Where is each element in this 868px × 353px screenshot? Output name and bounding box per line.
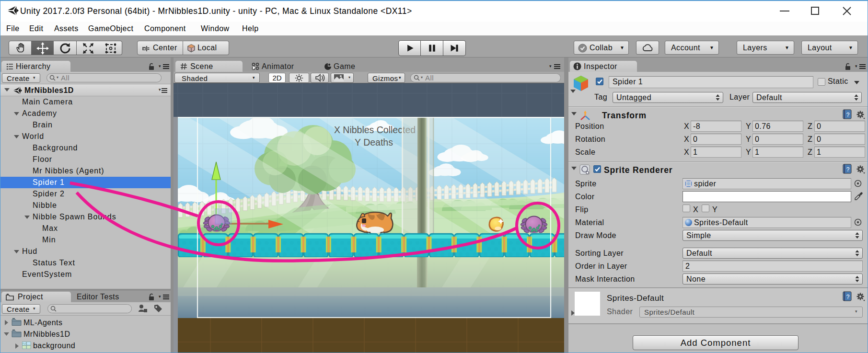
svg-text:?: ? (846, 294, 850, 300)
svg-text:?: ? (846, 166, 850, 173)
svg-text:?: ? (846, 112, 850, 118)
